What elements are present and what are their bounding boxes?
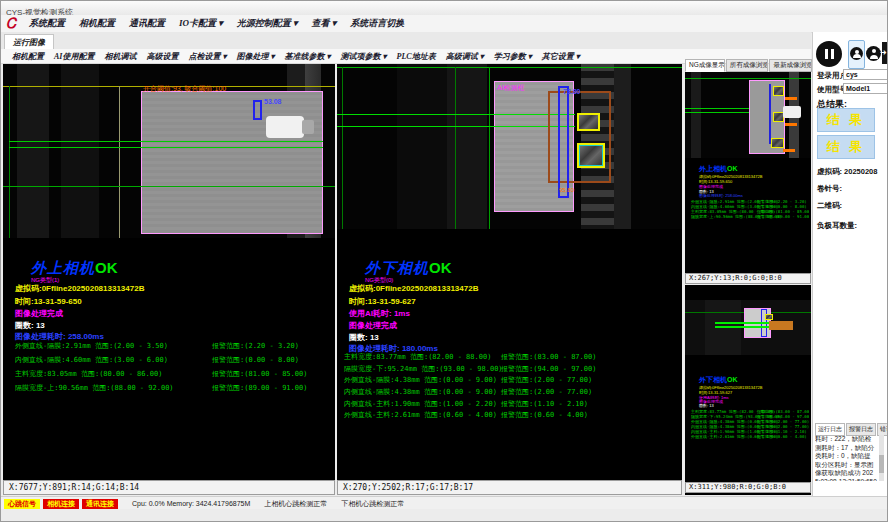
mini-view-top[interactable]: 外上相机OK 虚拟码:0Ffline2025020813313472B 时间:1… <box>685 72 811 284</box>
measure-value-label: 53.08 <box>264 98 282 105</box>
mini-view-bottom[interactable]: 外下相机OK 虚拟码:0Ffline2025020813313472B 时间:1… <box>685 285 811 495</box>
mini-view-tab[interactable]: NG成像显示 <box>685 59 725 72</box>
model-field[interactable]: Model1 <box>843 83 888 94</box>
measurement-row: 内侧直线-主料:1.90mm 范围:(1.00 - 2.20)报警范围:(1.1… <box>344 400 678 412</box>
reference-line-green <box>455 67 456 229</box>
log-scrollbar[interactable] <box>879 435 884 481</box>
toolbar-item[interactable]: 相机调试 <box>99 51 141 62</box>
needle-no-label: 卷针号: <box>817 184 842 194</box>
menu-item[interactable]: 光源控制配置 ▾ <box>230 17 305 30</box>
qr-code-label: 二维码: <box>817 201 842 211</box>
mini-image-bottom <box>685 300 811 355</box>
threshold-label: 开合阈值:93, 吸合阈值:100 <box>143 85 226 93</box>
toolbar-item[interactable]: 相机配置 <box>7 51 49 62</box>
camera-image-upper[interactable]: 开合阈值:93, 吸合阈值:100 53.08 <box>3 64 335 238</box>
measurement-row: 内侧直线-隔膜:4.38mm 范围:(0.00 - 9.00)报警范围:(2.0… <box>344 388 678 400</box>
material-region <box>141 91 323 234</box>
measure-box-blue <box>253 100 262 120</box>
annotation-label <box>785 123 797 126</box>
operator-icon-button[interactable] <box>866 46 881 61</box>
toolbar-item[interactable]: 高级调试 ▾ <box>441 51 489 62</box>
toolbar-item[interactable]: 学习参数 ▾ <box>489 51 537 62</box>
menu-items: 系统配置相机配置通讯配置IO卡配置 ▾光源控制配置 ▾查看 ▾系统语言切换 <box>22 17 411 30</box>
pixel-status-bar: X:311;Y:980;R:0;G:0;B:0 <box>685 482 811 493</box>
log-text: 耗时：222，缺陷检测耗时：17，缺陷分类耗时：0，缺陷提取分区耗时：显示图像获… <box>815 435 877 481</box>
measure-line-green <box>3 186 335 187</box>
mini-view-tabs: NG成像显示所有成像浏览最新成像浏览 <box>685 59 812 72</box>
mini-view-tab[interactable]: 最新成像浏览 <box>769 59 812 72</box>
toolbar-item[interactable]: PLC地址表 <box>392 51 441 62</box>
exit-button[interactable]: ➜ <box>882 42 888 64</box>
ai-elapsed: 使用AI耗时: 1ms <box>349 308 410 319</box>
measure-value-label: 73.80 <box>563 88 581 95</box>
measurement-rows: 主料宽度:83.77mm 范围:(82.00 - 88.00)报警范围:(83.… <box>691 409 809 439</box>
status-bar: 心跳信号相机连接通讯连接 Cpu: 0.0% Memory: 3424.4179… <box>1 496 888 510</box>
user-button[interactable] <box>848 40 865 69</box>
camera-view-lower: AI检测框 73.80 95.80 外下相机OK NG类型(0) 虚拟码:0Ff… <box>337 64 682 495</box>
tab-connector <box>783 106 801 118</box>
pixel-status-bar: X:270;Y:2502;R:17;G:17;B:17 <box>337 480 682 495</box>
menu-item[interactable]: 通讯配置 <box>122 17 172 30</box>
virtual-code: 虚拟码:0Ffline2025020813313472B <box>349 283 478 294</box>
measurement-row: 隔膜宽度-下:95.24mm 范围:(93.00 - 98.00)报警范围:(9… <box>344 365 678 377</box>
cpu-memory-text: Cpu: 0.0% Memory: 3424.41796875M <box>132 500 250 507</box>
machine-band <box>61 64 99 238</box>
tab-detect-box <box>765 314 773 320</box>
pixel-status-bar: X:7677;Y:891;R:14;G:14;B:14 <box>3 480 335 495</box>
menu-item[interactable]: IO卡配置 ▾ <box>172 17 230 30</box>
measure-value-label: 95.80 <box>559 186 574 194</box>
annotation-label <box>785 97 797 100</box>
status-badge: 相机连接 <box>43 499 79 509</box>
toolbar-item[interactable]: 其它设置 ▾ <box>537 51 585 62</box>
neg-tab-count-label: 负极耳数量: <box>817 221 857 231</box>
measure-line-green <box>715 322 769 324</box>
toolbar-item[interactable]: 基准线参数 ▾ <box>279 51 335 62</box>
app-window: CYS-视觉检测系统 Ꮯ 系统配置相机配置通讯配置IO卡配置 ▾光源控制配置 ▾… <box>0 0 888 522</box>
measurement-row: 内侧直线-隔膜:4.60mm 范围:(3.00 - 6.00)报警范围:(0.0… <box>15 355 331 369</box>
virtual-code-caption: 虚拟码: <box>817 167 842 176</box>
measure-line-green <box>337 114 575 115</box>
menubar: Ꮯ 系统配置相机配置通讯配置IO卡配置 ▾光源控制配置 ▾查看 ▾系统语言切换 <box>1 15 888 33</box>
window-bottom-fill <box>1 509 888 522</box>
camera-name: 外上相机 <box>31 259 95 276</box>
login-user-field[interactable]: cys <box>843 69 888 80</box>
control-panel: ➜ 登录用户: cys 使用型号: Model1 总结果: 结 果 结 果 虚拟… <box>812 32 888 496</box>
tab-connector <box>266 116 304 138</box>
annotation-label <box>769 321 793 330</box>
tab-detect-box <box>773 86 784 96</box>
measure-line-green <box>685 108 749 109</box>
pause-button[interactable] <box>816 41 842 67</box>
measurement-row: 隔膜宽度-上:90.56mm 范围:(88.00 - 92.00)报警范围:(8… <box>691 214 809 219</box>
machine-band <box>691 72 701 158</box>
toolbar-item[interactable]: 高级设置 <box>141 51 183 62</box>
app-logo-icon: Ꮯ <box>6 16 16 31</box>
result-box-lower[interactable]: 结 果 <box>817 135 875 159</box>
tab-detect-box <box>577 143 605 168</box>
reference-line-green <box>9 86 10 238</box>
toolbar-item[interactable]: 图像处理 ▾ <box>231 51 279 62</box>
menu-item[interactable]: 相机配置 <box>72 17 122 30</box>
menu-item[interactable]: 查看 ▾ <box>305 17 344 30</box>
menu-item[interactable]: 系统配置 <box>22 17 72 30</box>
annotation-label <box>783 149 795 152</box>
tab-run-image[interactable]: 运行图像 <box>4 34 54 49</box>
reference-line-green <box>342 67 343 229</box>
result-ok: OK <box>429 259 452 276</box>
machine-band <box>614 64 631 229</box>
titlebar: CYS-视觉检测系统 <box>1 1 888 16</box>
ai-box-label: AI检测框 <box>497 83 525 93</box>
process-elapsed: 图像处理耗时: 258.00ms <box>699 193 743 198</box>
toolbar-item[interactable]: 点检设置 ▾ <box>183 51 231 62</box>
toolbar-item[interactable]: AI使用配置 <box>49 51 99 62</box>
tab-connector-tip <box>302 120 314 134</box>
process-done: 图像处理完成 <box>15 308 63 319</box>
result-box-upper[interactable]: 结 果 <box>817 108 875 132</box>
measure-line-green <box>337 126 575 127</box>
status-badge: 通讯连接 <box>82 499 118 509</box>
virtual-code-label: 虚拟码: 20250208 <box>817 167 877 177</box>
menu-item[interactable]: 系统语言切换 <box>343 17 411 30</box>
toolbar-item[interactable]: 测试项参数 ▾ <box>336 51 392 62</box>
mini-view-tab[interactable]: 所有成像浏览 <box>726 59 769 72</box>
camera-image-lower[interactable]: AI检测框 73.80 95.80 <box>337 64 682 229</box>
turn-count: 圈数: 13 <box>15 320 45 331</box>
